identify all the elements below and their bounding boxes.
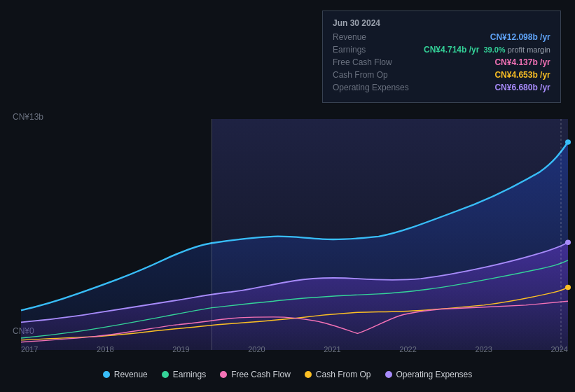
tooltip-cashop-value: CN¥4.653b /yr — [494, 70, 550, 80]
chart-svg — [21, 119, 568, 350]
x-label-2019: 2019 — [172, 345, 189, 354]
legend-revenue-label: Revenue — [114, 370, 148, 379]
tooltip-freecash-value: CN¥4.137b /yr — [494, 57, 550, 67]
data-tooltip: Jun 30 2024 Revenue CN¥12.098b /yr Earni… — [322, 10, 561, 103]
x-label-2022: 2022 — [399, 345, 416, 354]
legend-earnings-dot — [162, 371, 169, 378]
x-label-2021: 2021 — [324, 345, 340, 354]
tooltip-revenue-label: Revenue — [333, 32, 424, 42]
legend-cash-op-label: Cash From Op — [316, 370, 371, 379]
legend-revenue-dot — [103, 371, 110, 378]
legend-cash-op-dot — [305, 371, 312, 378]
tooltip-earnings-label: Earnings — [333, 45, 424, 55]
legend-op-exp-label: Operating Expenses — [396, 370, 473, 379]
legend-revenue[interactable]: Revenue — [103, 370, 148, 379]
x-label-2023: 2023 — [475, 345, 492, 354]
tooltip-freecash-label: Free Cash Flow — [333, 57, 424, 67]
op-exp-dot — [565, 240, 571, 246]
tooltip-cashop-label: Cash From Op — [333, 70, 424, 80]
x-label-2018: 2018 — [97, 345, 113, 354]
legend-op-exp[interactable]: Operating Expenses — [385, 370, 473, 379]
tooltip-opexp-label: Operating Expenses — [333, 83, 424, 92]
tooltip-opexp-row: Operating Expenses CN¥6.680b /yr — [333, 83, 550, 92]
tooltip-title: Jun 30 2024 — [333, 18, 550, 28]
chart-legend: Revenue Earnings Free Cash Flow Cash Fro… — [0, 370, 575, 379]
x-label-2024: 2024 — [550, 345, 567, 354]
legend-free-cash[interactable]: Free Cash Flow — [220, 370, 291, 379]
tooltip-cashop-row: Cash From Op CN¥4.653b /yr — [333, 70, 550, 80]
revenue-dot — [565, 139, 571, 145]
tooltip-revenue-value: CN¥12.098b /yr — [490, 32, 550, 42]
legend-op-exp-dot — [385, 371, 392, 378]
tooltip-earnings-value: CN¥4.714b /yr — [424, 45, 479, 55]
chart-container: Jun 30 2024 Revenue CN¥12.098b /yr Earni… — [0, 0, 575, 392]
x-axis: 2017 2018 2019 2020 2021 2022 2023 2024 — [21, 345, 568, 354]
tooltip-earnings-row: Earnings CN¥4.714b /yr 39.0% profit marg… — [333, 45, 550, 55]
x-label-2017: 2017 — [21, 345, 38, 354]
tooltip-revenue-row: Revenue CN¥12.098b /yr — [333, 32, 550, 42]
legend-free-cash-dot — [220, 371, 227, 378]
legend-free-cash-label: Free Cash Flow — [231, 370, 291, 379]
tooltip-profit-margin: 39.0% profit margin — [483, 46, 550, 54]
tooltip-opexp-value: CN¥6.680b /yr — [494, 83, 550, 92]
legend-earnings[interactable]: Earnings — [162, 370, 206, 379]
x-label-2020: 2020 — [248, 345, 265, 354]
legend-earnings-label: Earnings — [173, 370, 206, 379]
cash-op-dot — [565, 285, 571, 290]
chart-svg-area — [21, 119, 568, 350]
tooltip-freecash-row: Free Cash Flow CN¥4.137b /yr — [333, 57, 550, 67]
legend-cash-op[interactable]: Cash From Op — [305, 370, 371, 379]
